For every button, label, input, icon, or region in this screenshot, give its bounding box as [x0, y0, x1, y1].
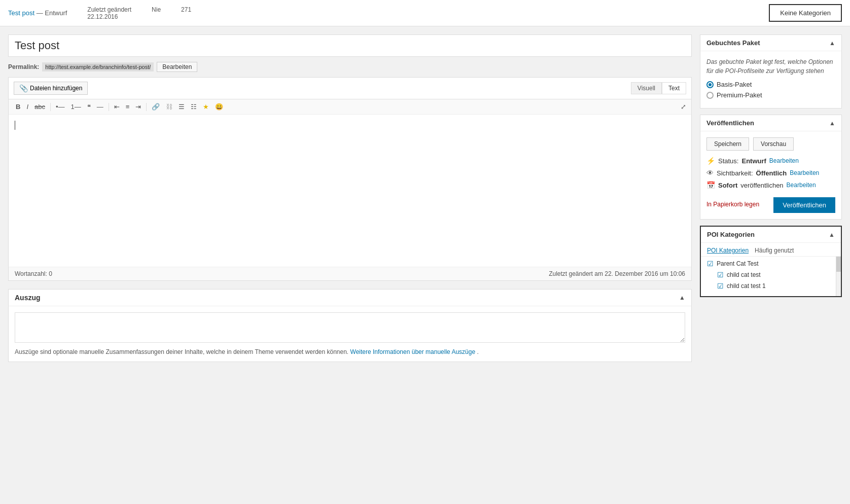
poi-list-container: ☑ Parent Cat Test ☑ child cat test ☑ chi…: [701, 257, 841, 296]
checkbox-icon[interactable]: ☑: [717, 282, 724, 290]
visuell-text-tabs: Visuell Text: [631, 82, 686, 94]
sofort-suffix: veröffentlichen: [740, 182, 783, 189]
sofort-bearbeiten-link[interactable]: Bearbeiten: [787, 182, 816, 189]
speichern-button[interactable]: Speichern: [706, 137, 749, 151]
poi-item-label: child cat test: [727, 271, 761, 278]
auszug-info: Auszüge sind optionale manuelle Zusammen…: [15, 348, 685, 355]
poi-scrollbar[interactable]: [836, 257, 841, 296]
editor-area: Permalink: http://test.example.de/branch…: [8, 34, 692, 362]
editor-footer: Wortanzahl: 0 Zuletzt geändert am 22. De…: [9, 267, 691, 280]
list-item: ☑ child cat test 1: [707, 282, 835, 290]
top-bar-title: Test post — Entwurf: [8, 9, 67, 17]
star-button[interactable]: ★: [201, 102, 211, 111]
basis-paket-radio[interactable]: [706, 81, 714, 88]
status-row: ⚡ Status: Entwurf Bearbeiten: [706, 157, 835, 165]
visuell-tab[interactable]: Visuell: [631, 82, 662, 94]
pub-buttons: Speichern Vorschau: [706, 137, 835, 151]
align-right-button[interactable]: ⇥: [133, 102, 143, 111]
main-layout: Permalink: http://test.example.de/branch…: [0, 26, 850, 370]
gebuchtes-paket-title: Gebuchtes Paket: [706, 39, 760, 47]
unlink-button[interactable]: ⛓: [164, 102, 174, 111]
veroeffentlichen-button[interactable]: Veröffentlichen: [773, 197, 835, 213]
pub-bottom: In Papierkorb legen Veröffentlichen: [706, 193, 835, 213]
poi-kategorien-title: POI Kategorien: [707, 231, 755, 238]
sidebar: Gebuchtes Paket ▲ Das gebuchte Paket leg…: [700, 34, 842, 297]
italic-button[interactable]: I: [24, 102, 30, 111]
poi-tab-kategorien[interactable]: POI Kategorien: [707, 247, 749, 254]
ol-button[interactable]: 1—: [69, 102, 83, 111]
separator-1: [50, 103, 51, 111]
auszug-body: Auszüge sind optionale manuelle Zusammen…: [9, 306, 691, 362]
word-count: Wortanzahl: 0: [15, 270, 52, 277]
gebuchtes-paket-body: Das gebuchte Paket legt fest, welche Opt…: [700, 51, 841, 108]
gebuchtes-paket-panel: Gebuchtes Paket ▲ Das gebuchte Paket leg…: [700, 34, 842, 109]
editor-content-area[interactable]: [9, 115, 691, 267]
poi-item-label: Parent Cat Test: [717, 260, 759, 267]
align-left-button[interactable]: ⇤: [112, 102, 122, 111]
vorschau-button[interactable]: Vorschau: [753, 137, 794, 151]
permalink-url[interactable]: http://test.example.de/branchinfo/test-p…: [42, 62, 154, 71]
post-title-input[interactable]: [8, 34, 692, 57]
status-value: Entwurf: [741, 157, 766, 165]
premium-paket-label: Premium-Paket: [717, 91, 762, 99]
table-button[interactable]: ☰: [176, 102, 187, 111]
strikethrough-button[interactable]: abc: [32, 102, 47, 111]
nie-value: Nie: [152, 6, 161, 20]
permalink-label: Permalink:: [8, 63, 39, 70]
sichtbarkeit-icon: 👁: [706, 169, 714, 177]
poi-kategorien-panel: POI Kategorien ▲ POI Kategorien Häufig g…: [700, 226, 842, 297]
sichtbarkeit-value: Öffentlich: [756, 169, 787, 177]
auszug-box: Auszug ▲ Auszüge sind optionale manuelle…: [8, 289, 692, 362]
auszug-textarea[interactable]: [15, 312, 685, 343]
gebuchtes-paket-header: Gebuchtes Paket ▲: [700, 35, 841, 51]
ul-button[interactable]: •—: [54, 102, 67, 111]
auszug-info-link[interactable]: Weitere Informationen über manuelle Ausz…: [350, 348, 477, 355]
paperclip-icon: 📎: [19, 84, 28, 92]
emoji-button[interactable]: 😀: [213, 102, 225, 111]
status-icon: ⚡: [706, 157, 715, 165]
gebuchtes-description: Das gebuchte Paket legt fest, welche Opt…: [706, 57, 835, 76]
bold-button[interactable]: B: [14, 102, 22, 111]
veroeffentlichen-panel: Veröffentlichen ▲ Speichern Vorschau ⚡ S…: [700, 115, 842, 220]
permalink-row: Permalink: http://test.example.de/branch…: [8, 62, 692, 72]
sofort-row: 📅 Sofort veröffentlichen Bearbeiten: [706, 181, 835, 189]
sichtbarkeit-label: Sichtbarkeit:: [717, 169, 753, 177]
poi-scrollbar-thumb[interactable]: [836, 257, 841, 272]
status-label: Status:: [718, 157, 738, 165]
status-bearbeiten-link[interactable]: Bearbeiten: [769, 157, 799, 164]
checkbox-icon[interactable]: ☑: [707, 260, 714, 268]
basis-paket-row: Basis-Paket: [706, 81, 835, 88]
zuletzt-geandert: Zuletzt geändert 22.12.2016: [87, 6, 131, 20]
premium-paket-row: Premium-Paket: [706, 91, 835, 99]
editor-toolbar-top: 📎 Dateien hinzufügen Visuell Text: [9, 78, 691, 99]
checkbox-icon[interactable]: ☑: [717, 271, 724, 279]
grid-button[interactable]: ☷: [189, 102, 199, 111]
sichtbarkeit-bearbeiten-link[interactable]: Bearbeiten: [790, 169, 819, 176]
sichtbarkeit-row: 👁 Sichtbarkeit: Öffentlich Bearbeiten: [706, 169, 835, 177]
veroeffentlichen-arrow[interactable]: ▲: [829, 120, 835, 127]
expand-button[interactable]: ⤢: [681, 103, 686, 111]
cursor: [15, 121, 15, 130]
poi-kategorien-arrow[interactable]: ▲: [829, 231, 835, 238]
link-button[interactable]: 🔗: [150, 102, 162, 111]
gebuchtes-paket-arrow[interactable]: ▲: [829, 40, 835, 47]
separator-3: [146, 103, 147, 111]
list-item: ☑ Parent Cat Test: [707, 260, 835, 268]
top-bar-meta: Zuletzt geändert 22.12.2016 Nie 271: [87, 6, 191, 20]
premium-paket-radio[interactable]: [706, 92, 714, 99]
veroeffentlichen-body: Speichern Vorschau ⚡ Status: Entwurf Bea…: [700, 131, 841, 219]
auszug-header: Auszug ▲: [9, 290, 691, 306]
permalink-bearbeiten-button[interactable]: Bearbeiten: [157, 62, 197, 72]
separator-2: [109, 103, 109, 111]
text-tab[interactable]: Text: [662, 82, 686, 94]
count-value: 271: [181, 6, 191, 20]
blockquote-button[interactable]: ❝: [85, 102, 93, 111]
calendar-icon: 📅: [706, 181, 715, 189]
align-center-button[interactable]: ≡: [124, 102, 132, 111]
hr-button[interactable]: —: [95, 102, 105, 111]
auszug-collapse-arrow[interactable]: ▲: [679, 294, 685, 301]
papierkorb-link[interactable]: In Papierkorb legen: [706, 201, 759, 208]
add-files-button[interactable]: 📎 Dateien hinzufügen: [14, 82, 88, 95]
poi-tabs: POI Kategorien Häufig genutzt: [701, 243, 841, 257]
poi-tab-haeufig[interactable]: Häufig genutzt: [755, 247, 794, 254]
